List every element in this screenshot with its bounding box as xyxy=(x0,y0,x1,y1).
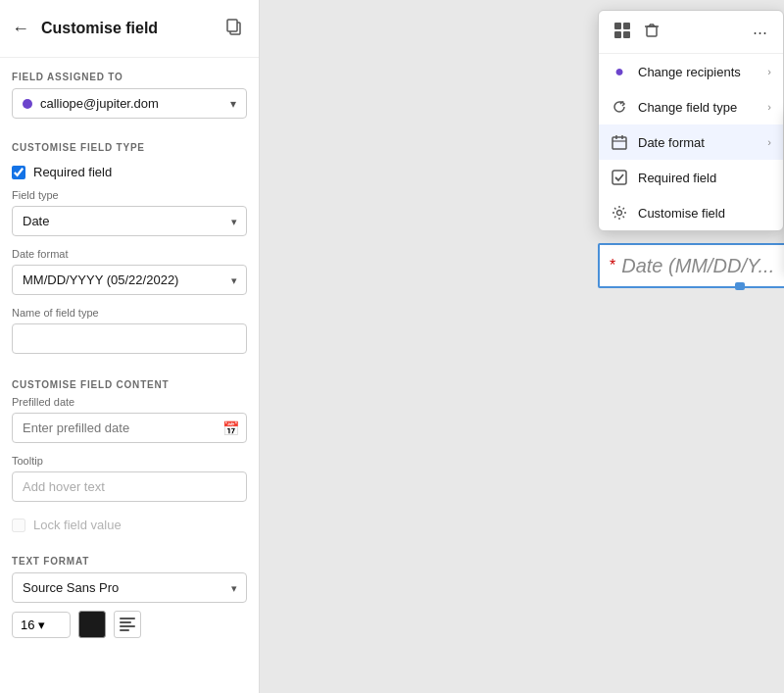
change-field-type-item[interactable]: Change field type › xyxy=(599,89,783,124)
customise-field-content-label: CUSTOMISE FIELD CONTENT xyxy=(0,366,259,396)
font-name-select[interactable]: Source Sans Pro xyxy=(12,572,247,603)
prefilled-date-group: Prefilled date 📅 xyxy=(0,396,259,455)
field-assigned-to-label: FIELD ASSIGNED TO xyxy=(0,58,259,88)
font-size-select[interactable]: 16 ▾ xyxy=(12,612,71,638)
date-format-item[interactable]: Date format › xyxy=(599,124,783,160)
grid-icon xyxy=(614,23,630,38)
change-field-type-label: Change field type xyxy=(638,100,758,115)
date-field-preview: * Date (MM/DD/Y... xyxy=(598,243,784,288)
font-name-select-wrapper: Source Sans Pro ▾ xyxy=(12,572,247,603)
svg-rect-4 xyxy=(120,625,135,627)
font-size-chevron-icon: ▾ xyxy=(38,618,45,632)
context-menu: ⋯ ● Change recipients › Change field typ… xyxy=(598,10,784,231)
svg-rect-2 xyxy=(120,618,135,619)
date-format-menu-label: Date format xyxy=(638,135,758,150)
svg-rect-9 xyxy=(623,31,630,38)
more-options-button[interactable]: ⋯ xyxy=(747,20,773,45)
text-format-label: TEXT FORMAT xyxy=(0,542,259,572)
prefilled-date-label: Prefilled date xyxy=(12,396,247,408)
name-of-field-type-group: Name of field type Date Field 1 xyxy=(0,307,259,366)
svg-rect-10 xyxy=(647,26,657,36)
font-section: Source Sans Pro ▾ 16 ▾ xyxy=(0,572,259,648)
svg-rect-15 xyxy=(612,137,626,149)
field-type-chevron-icon: › xyxy=(767,101,771,113)
required-field-label: Required field xyxy=(33,165,112,179)
date-format-select-wrapper: MM/DD/YYYY (05/22/2022) ▾ xyxy=(12,265,247,295)
customise-field-menu-label: Customise field xyxy=(638,206,771,221)
date-format-label: Date format xyxy=(12,248,247,260)
trash-icon-button[interactable] xyxy=(638,19,665,45)
date-preview-text: Date (MM/DD/Y... xyxy=(621,255,774,277)
change-recipients-item[interactable]: ● Change recipients › xyxy=(599,54,783,89)
grid-icon-button[interactable] xyxy=(609,19,636,45)
svg-rect-7 xyxy=(623,23,630,29)
more-icon: ⋯ xyxy=(753,24,767,40)
copy-icon xyxy=(225,18,243,35)
field-type-group: Field type Date ▾ xyxy=(0,189,259,248)
font-options-row: 16 ▾ xyxy=(12,603,247,638)
date-format-group: Date format MM/DD/YYYY (05/22/2022) ▾ xyxy=(0,248,259,307)
panel-header: ← Customise field xyxy=(0,0,259,58)
email-text: calliope@jupiter.dom xyxy=(40,96,222,111)
field-type-label: Field type xyxy=(12,189,247,201)
color-picker[interactable] xyxy=(78,611,106,638)
required-asterisk: * xyxy=(610,257,615,274)
recipients-chevron-icon: › xyxy=(767,66,771,77)
lock-field-checkbox xyxy=(12,519,25,532)
customise-field-item[interactable]: Customise field xyxy=(599,195,783,230)
back-button[interactable]: ← xyxy=(8,17,33,41)
settings-icon xyxy=(611,204,628,222)
assigned-email-dropdown[interactable]: calliope@jupiter.dom ▾ xyxy=(12,88,247,119)
svg-rect-6 xyxy=(614,23,621,29)
recipients-dot-icon: ● xyxy=(611,63,628,80)
checkbox-checked-icon xyxy=(611,169,628,186)
field-type-select-wrapper: Date ▾ xyxy=(12,206,247,236)
required-field-checkbox[interactable] xyxy=(12,166,25,179)
svg-rect-8 xyxy=(614,31,621,38)
prefilled-date-input-wrapper: 📅 xyxy=(12,413,247,443)
calendar-menu-icon xyxy=(611,133,628,151)
trash-icon xyxy=(644,23,660,38)
tooltip-group: Tooltip xyxy=(0,455,259,514)
lock-field-row: Lock field value xyxy=(0,514,259,542)
required-field-item[interactable]: Required field xyxy=(599,160,783,195)
svg-rect-1 xyxy=(227,20,237,31)
required-field-row: Required field xyxy=(0,159,259,189)
svg-rect-5 xyxy=(120,629,129,631)
required-field-menu-label: Required field xyxy=(638,171,771,185)
name-of-field-type-input[interactable]: Date Field 1 xyxy=(12,323,247,354)
context-menu-toolbar: ⋯ xyxy=(599,11,783,54)
tooltip-input[interactable] xyxy=(12,471,247,502)
align-icon xyxy=(120,618,135,631)
change-recipients-label: Change recipients xyxy=(638,65,758,79)
copy-button[interactable] xyxy=(221,14,247,43)
date-format-select[interactable]: MM/DD/YYYY (05/22/2022) xyxy=(12,265,247,295)
svg-point-20 xyxy=(617,211,622,216)
prefilled-date-input[interactable] xyxy=(12,413,247,443)
field-assigned-to-group: calliope@jupiter.dom ▾ xyxy=(0,88,259,128)
date-format-chevron-icon: › xyxy=(767,136,771,148)
customise-field-type-label: CUSTOMISE FIELD TYPE xyxy=(0,128,259,159)
text-align-button[interactable] xyxy=(114,611,141,638)
calendar-icon: 📅 xyxy=(222,421,239,436)
resize-handle[interactable] xyxy=(735,282,745,290)
lock-field-label: Lock field value xyxy=(33,518,122,532)
right-panel: ⋯ ● Change recipients › Change field typ… xyxy=(260,0,784,693)
svg-rect-19 xyxy=(612,171,626,184)
refresh-icon xyxy=(611,98,628,116)
svg-rect-3 xyxy=(120,621,131,623)
font-size-value: 16 xyxy=(21,618,34,632)
name-of-field-type-label: Name of field type xyxy=(12,307,247,319)
email-chevron-icon: ▾ xyxy=(230,97,236,111)
panel-title: Customise field xyxy=(41,20,158,37)
email-dot xyxy=(23,99,32,109)
tooltip-label: Tooltip xyxy=(12,455,247,467)
left-panel: ← Customise field FIELD ASSIGNED TO call… xyxy=(0,0,260,693)
field-type-select[interactable]: Date xyxy=(12,206,247,236)
